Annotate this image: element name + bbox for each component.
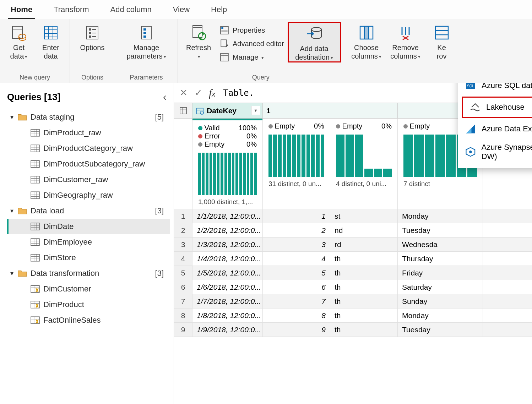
svg-rect-71	[31, 239, 39, 246]
properties-button[interactable]: Properties	[216, 23, 288, 37]
refresh-button[interactable]: Refresh▾	[181, 22, 216, 60]
get-data-icon	[10, 24, 27, 41]
queries-tree: ▾Data staging[5]DimProduct_rawDimProduct…	[7, 109, 170, 328]
table-row[interactable]: 21/2/2018, 12:00:0...2ndTuesday	[174, 223, 532, 238]
collapse-queries-button[interactable]: ‹	[163, 91, 167, 103]
svg-rect-18	[143, 32, 146, 34]
choose-columns-icon	[358, 24, 375, 41]
keep-rows-button[interactable]: Kerov	[431, 22, 452, 60]
remove-columns-icon	[397, 24, 414, 41]
svg-rect-61	[31, 192, 39, 199]
tab-help[interactable]: Help	[200, 0, 238, 19]
query-item[interactable]: DimProductSubcategory_raw	[7, 156, 170, 172]
query-item[interactable]: DimProductCategory_raw	[7, 141, 170, 156]
ribbon-group-query: Refresh▾ Properties Advanced editor Mana…	[178, 19, 344, 83]
group-label-options: Options	[81, 72, 103, 81]
query-item[interactable]: DimProduct	[7, 297, 170, 312]
ribbon-group-options: Options Options	[70, 19, 115, 83]
svg-rect-41	[31, 129, 39, 136]
queries-title: Queries [13]	[7, 92, 60, 103]
cancel-formula-icon[interactable]: ✕	[180, 87, 188, 98]
svg-text:SQL: SQL	[467, 84, 474, 88]
options-button[interactable]: Options	[73, 22, 112, 52]
menu-azure-sql[interactable]: SQL Azure SQL database	[458, 83, 532, 95]
column-header-datekey[interactable]: DateKey ▾	[192, 103, 263, 118]
manage-button[interactable]: Manage ▾	[216, 50, 288, 64]
svg-rect-56	[31, 176, 39, 183]
add-data-destination-button[interactable]: Add data destination▾	[288, 22, 341, 62]
svg-rect-12	[89, 36, 91, 38]
query-item[interactable]: DimStore	[7, 250, 170, 266]
column-header-2[interactable]: 1	[263, 103, 330, 118]
ribbon-group-rows: Kerov	[428, 19, 455, 83]
lakehouse-icon	[470, 102, 481, 113]
synapse-icon	[465, 147, 476, 157]
commit-formula-icon[interactable]: ✓	[195, 87, 202, 98]
table-row[interactable]: 91/9/2018, 12:00:0...9thTuesday	[174, 323, 532, 337]
menu-lakehouse[interactable]: Lakehouse	[462, 97, 532, 118]
tab-view[interactable]: View	[162, 0, 200, 19]
svg-rect-32	[364, 26, 369, 39]
group-label-parameters: Parameters	[130, 72, 163, 81]
parameters-icon	[138, 24, 155, 41]
menu-kusto[interactable]: Azure Data Explorer (Kusto)	[458, 119, 532, 138]
quality-col-3: Empty0% 4 distinct, 0 uni...	[330, 119, 398, 209]
svg-rect-17	[143, 28, 146, 31]
group-label-query: Query	[252, 72, 270, 81]
properties-icon	[220, 26, 229, 35]
query-item[interactable]: DimEmployee	[7, 234, 170, 250]
column-header-3[interactable]	[330, 103, 398, 118]
enter-data-icon	[42, 24, 59, 41]
folder[interactable]: ▾Data staging[5]	[7, 109, 170, 125]
tab-transform[interactable]: Transform	[43, 0, 99, 19]
manage-parameters-button[interactable]: Manage parameters▾	[118, 22, 175, 60]
advanced-editor-icon	[220, 39, 229, 48]
svg-rect-11	[89, 32, 91, 34]
svg-rect-27	[221, 53, 228, 61]
table-row[interactable]: 81/8/2018, 12:00:0...8thMonday	[174, 309, 532, 323]
svg-rect-51	[31, 160, 39, 168]
table-row[interactable]: 11/1/2018, 12:00:0...1stMonday	[174, 209, 532, 223]
main-area: ✕ ✓ fx SQL Azure SQL database Lakehouse …	[174, 83, 532, 404]
enter-data-button[interactable]: Enter data	[35, 22, 67, 60]
table-row[interactable]: 51/5/2018, 12:00:0...5thFriday	[174, 266, 532, 280]
column-filter-icon[interactable]: ▾	[251, 106, 260, 115]
choose-columns-button[interactable]: Choose columns▾	[347, 22, 386, 60]
menu-synapse[interactable]: Azure Synapse Analytics (SQL DW)	[458, 138, 532, 165]
refresh-icon	[190, 24, 207, 41]
table-row[interactable]: 31/3/2018, 12:00:0...3rdWednesda	[174, 238, 532, 252]
fx-icon[interactable]: fx	[209, 87, 215, 99]
svg-rect-23	[221, 27, 223, 29]
svg-rect-76	[31, 254, 39, 261]
get-data-button[interactable]: Get data▾	[3, 22, 35, 60]
query-item[interactable]: DimProduct_raw	[7, 125, 170, 141]
table-row[interactable]: 41/4/2018, 12:00:0...4thThursday	[174, 252, 532, 266]
svg-point-95	[469, 151, 472, 153]
query-item[interactable]: DimDate	[7, 219, 170, 234]
add-data-destination-icon	[306, 25, 323, 42]
svg-rect-10	[89, 28, 91, 31]
folder[interactable]: ▾Data transformation[3]	[7, 266, 170, 281]
group-label-new-query: New query	[20, 72, 50, 81]
data-grid[interactable]: 11/1/2018, 12:00:0...1stMonday21/2/2018,…	[174, 209, 532, 337]
query-item[interactable]: DimCustomer	[7, 281, 170, 297]
query-item[interactable]: DimGeography_raw	[7, 187, 170, 203]
svg-rect-26	[221, 40, 226, 47]
folder[interactable]: ▾Data load[3]	[7, 203, 170, 219]
svg-rect-46	[31, 145, 39, 152]
datetime-type-icon	[196, 107, 204, 115]
table-row[interactable]: 71/7/2018, 12:00:0...7thSunday	[174, 294, 532, 309]
tab-add-column[interactable]: Add column	[100, 0, 162, 19]
table-row[interactable]: 61/6/2018, 12:00:0...6thSaturday	[174, 280, 532, 294]
advanced-editor-button[interactable]: Advanced editor	[216, 37, 288, 50]
svg-rect-66	[31, 223, 39, 230]
query-item[interactable]: FactOnlineSales	[7, 312, 170, 328]
tab-home[interactable]: Home	[0, 0, 43, 19]
quality-col-2: Empty0% 31 distinct, 0 un...	[263, 119, 330, 209]
remove-columns-button[interactable]: Remove columns▾	[386, 22, 425, 60]
azure-sql-icon: SQL	[465, 83, 476, 91]
keep-rows-icon	[433, 24, 450, 41]
query-item[interactable]: DimCustomer_raw	[7, 172, 170, 187]
svg-rect-38	[435, 26, 448, 39]
select-all-icon[interactable]	[174, 103, 192, 118]
